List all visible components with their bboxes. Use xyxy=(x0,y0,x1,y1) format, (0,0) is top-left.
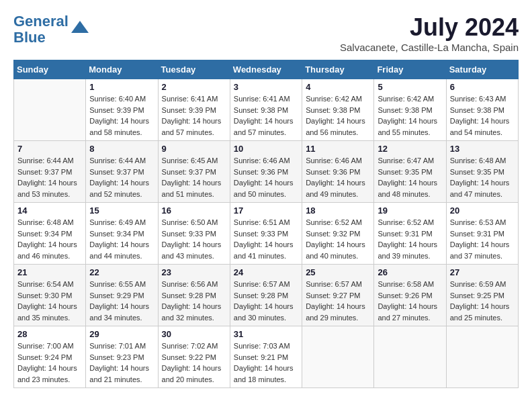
day-detail: Sunrise: 6:56 AMSunset: 9:28 PMDaylight:… xyxy=(162,279,226,323)
day-detail: Sunrise: 6:42 AMSunset: 9:38 PMDaylight:… xyxy=(378,93,442,138)
day-number: 26 xyxy=(378,267,442,277)
day-number: 19 xyxy=(378,205,442,216)
logo: General Blue xyxy=(13,13,90,46)
day-detail: Sunrise: 6:42 AMSunset: 9:38 PMDaylight:… xyxy=(306,93,370,138)
day-number: 28 xyxy=(17,329,82,339)
day-detail: Sunrise: 6:51 AMSunset: 9:33 PMDaylight:… xyxy=(234,217,298,261)
calendar-cell: 23Sunrise: 6:56 AMSunset: 9:28 PMDayligh… xyxy=(158,265,230,326)
day-detail: Sunrise: 6:46 AMSunset: 9:36 PMDaylight:… xyxy=(234,155,298,199)
calendar-cell xyxy=(374,326,446,388)
weekday-header-tuesday: Tuesday xyxy=(158,60,230,79)
weekday-header-friday: Friday xyxy=(374,60,446,79)
calendar-cell: 1Sunrise: 6:40 AMSunset: 9:39 PMDaylight… xyxy=(86,79,158,141)
calendar-cell: 5Sunrise: 6:42 AMSunset: 9:38 PMDaylight… xyxy=(374,79,446,141)
day-number: 14 xyxy=(17,205,82,216)
day-detail: Sunrise: 7:03 AMSunset: 9:21 PMDaylight:… xyxy=(234,340,298,385)
day-detail: Sunrise: 6:55 AMSunset: 9:29 PMDaylight:… xyxy=(89,279,154,323)
calendar-cell: 18Sunrise: 6:52 AMSunset: 9:32 PMDayligh… xyxy=(302,203,374,265)
day-detail: Sunrise: 6:52 AMSunset: 9:31 PMDaylight:… xyxy=(378,217,442,261)
calendar-cell: 21Sunrise: 6:54 AMSunset: 9:30 PMDayligh… xyxy=(14,265,86,326)
weekday-header-thursday: Thursday xyxy=(302,60,374,79)
calendar-header-row: SundayMondayTuesdayWednesdayThursdayFrid… xyxy=(14,60,519,79)
day-number: 9 xyxy=(162,144,226,154)
day-detail: Sunrise: 7:01 AMSunset: 9:23 PMDaylight:… xyxy=(89,340,154,385)
day-number: 2 xyxy=(162,82,226,92)
calendar-table: SundayMondayTuesdayWednesdayThursdayFrid… xyxy=(13,60,519,388)
day-number: 20 xyxy=(450,205,515,216)
calendar-cell: 8Sunrise: 6:44 AMSunset: 9:37 PMDaylight… xyxy=(86,141,158,203)
calendar-cell: 11Sunrise: 6:46 AMSunset: 9:36 PMDayligh… xyxy=(302,141,374,203)
calendar-week-5: 28Sunrise: 7:00 AMSunset: 9:24 PMDayligh… xyxy=(14,326,519,388)
location-subtitle: Salvacanete, Castille-La Mancha, Spain xyxy=(340,42,519,53)
calendar-cell: 20Sunrise: 6:53 AMSunset: 9:31 PMDayligh… xyxy=(446,203,518,265)
day-number: 24 xyxy=(234,267,298,277)
calendar-cell: 6Sunrise: 6:43 AMSunset: 9:38 PMDaylight… xyxy=(446,79,518,141)
calendar-cell: 26Sunrise: 6:58 AMSunset: 9:26 PMDayligh… xyxy=(374,265,446,326)
day-number: 27 xyxy=(450,267,515,277)
day-number: 12 xyxy=(378,144,442,154)
svg-marker-0 xyxy=(71,21,89,33)
calendar-cell: 22Sunrise: 6:55 AMSunset: 9:29 PMDayligh… xyxy=(86,265,158,326)
calendar-cell: 3Sunrise: 6:41 AMSunset: 9:38 PMDaylight… xyxy=(230,79,302,141)
day-detail: Sunrise: 6:44 AMSunset: 9:37 PMDaylight:… xyxy=(17,155,82,199)
day-detail: Sunrise: 7:00 AMSunset: 9:24 PMDaylight:… xyxy=(17,340,82,385)
calendar-cell: 29Sunrise: 7:01 AMSunset: 9:23 PMDayligh… xyxy=(86,326,158,388)
day-detail: Sunrise: 6:49 AMSunset: 9:34 PMDaylight:… xyxy=(89,217,154,261)
day-number: 15 xyxy=(89,205,154,216)
day-detail: Sunrise: 6:47 AMSunset: 9:35 PMDaylight:… xyxy=(378,155,442,199)
calendar-cell xyxy=(302,326,374,388)
day-number: 8 xyxy=(89,144,154,154)
day-number: 31 xyxy=(234,329,298,339)
calendar-cell: 12Sunrise: 6:47 AMSunset: 9:35 PMDayligh… xyxy=(374,141,446,203)
day-number: 3 xyxy=(234,82,298,92)
day-number: 17 xyxy=(234,205,298,216)
day-number: 16 xyxy=(162,205,226,216)
day-number: 5 xyxy=(378,82,442,92)
day-number: 29 xyxy=(89,329,154,339)
day-number: 11 xyxy=(306,144,370,154)
day-detail: Sunrise: 6:50 AMSunset: 9:33 PMDaylight:… xyxy=(162,217,226,261)
month-year-title: July 2024 xyxy=(340,13,519,42)
weekday-header-saturday: Saturday xyxy=(446,60,518,79)
day-detail: Sunrise: 6:54 AMSunset: 9:30 PMDaylight:… xyxy=(17,279,82,323)
calendar-cell: 28Sunrise: 7:00 AMSunset: 9:24 PMDayligh… xyxy=(14,326,86,388)
logo-icon xyxy=(70,19,90,40)
calendar-cell: 7Sunrise: 6:44 AMSunset: 9:37 PMDaylight… xyxy=(14,141,86,203)
day-detail: Sunrise: 6:52 AMSunset: 9:32 PMDaylight:… xyxy=(306,217,370,261)
day-number: 30 xyxy=(162,329,226,339)
calendar-cell: 24Sunrise: 6:57 AMSunset: 9:28 PMDayligh… xyxy=(230,265,302,326)
weekday-header-monday: Monday xyxy=(86,60,158,79)
calendar-cell xyxy=(446,326,518,388)
calendar-cell: 19Sunrise: 6:52 AMSunset: 9:31 PMDayligh… xyxy=(374,203,446,265)
logo-text: General Blue xyxy=(13,13,69,46)
day-detail: Sunrise: 6:57 AMSunset: 9:27 PMDaylight:… xyxy=(306,279,370,323)
calendar-week-4: 21Sunrise: 6:54 AMSunset: 9:30 PMDayligh… xyxy=(14,265,519,326)
day-number: 4 xyxy=(306,82,370,92)
calendar-cell: 13Sunrise: 6:48 AMSunset: 9:35 PMDayligh… xyxy=(446,141,518,203)
calendar-week-1: 1Sunrise: 6:40 AMSunset: 9:39 PMDaylight… xyxy=(14,79,519,141)
day-number: 25 xyxy=(306,267,370,277)
day-number: 10 xyxy=(234,144,298,154)
day-number: 13 xyxy=(450,144,515,154)
page-header: General Blue July 2024 Salvacanete, Cast… xyxy=(13,13,519,53)
day-detail: Sunrise: 6:40 AMSunset: 9:39 PMDaylight:… xyxy=(89,93,154,138)
day-detail: Sunrise: 6:44 AMSunset: 9:37 PMDaylight:… xyxy=(89,155,154,199)
calendar-week-2: 7Sunrise: 6:44 AMSunset: 9:37 PMDaylight… xyxy=(14,141,519,203)
calendar-week-3: 14Sunrise: 6:48 AMSunset: 9:34 PMDayligh… xyxy=(14,203,519,265)
day-detail: Sunrise: 6:57 AMSunset: 9:28 PMDaylight:… xyxy=(234,279,298,323)
calendar-cell: 25Sunrise: 6:57 AMSunset: 9:27 PMDayligh… xyxy=(302,265,374,326)
day-detail: Sunrise: 6:41 AMSunset: 9:39 PMDaylight:… xyxy=(162,93,226,138)
weekday-header-sunday: Sunday xyxy=(14,60,86,79)
day-detail: Sunrise: 6:48 AMSunset: 9:35 PMDaylight:… xyxy=(450,155,515,199)
calendar-cell: 30Sunrise: 7:02 AMSunset: 9:22 PMDayligh… xyxy=(158,326,230,388)
day-detail: Sunrise: 6:53 AMSunset: 9:31 PMDaylight:… xyxy=(450,217,515,261)
calendar-cell: 2Sunrise: 6:41 AMSunset: 9:39 PMDaylight… xyxy=(158,79,230,141)
day-detail: Sunrise: 6:59 AMSunset: 9:25 PMDaylight:… xyxy=(450,279,515,323)
calendar-cell: 10Sunrise: 6:46 AMSunset: 9:36 PMDayligh… xyxy=(230,141,302,203)
day-detail: Sunrise: 6:46 AMSunset: 9:36 PMDaylight:… xyxy=(306,155,370,199)
calendar-cell: 15Sunrise: 6:49 AMSunset: 9:34 PMDayligh… xyxy=(86,203,158,265)
day-number: 18 xyxy=(306,205,370,216)
calendar-cell: 17Sunrise: 6:51 AMSunset: 9:33 PMDayligh… xyxy=(230,203,302,265)
day-detail: Sunrise: 6:41 AMSunset: 9:38 PMDaylight:… xyxy=(234,93,298,138)
calendar-cell: 9Sunrise: 6:45 AMSunset: 9:37 PMDaylight… xyxy=(158,141,230,203)
